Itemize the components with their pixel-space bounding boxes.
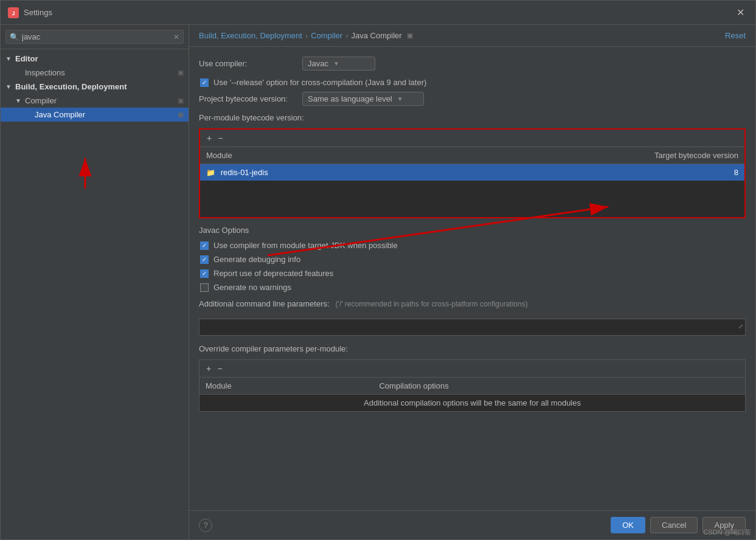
override-empty-row: Additional compilation options will be t… (199, 395, 745, 412)
gen-debug-label: Generate debugging info (213, 255, 300, 264)
compiler-row: Use compiler: Javac ▼ (199, 57, 746, 71)
help-button[interactable]: ? (199, 519, 212, 532)
breadcrumb-sep-2: › (345, 31, 348, 40)
ok-button[interactable]: OK (611, 517, 645, 533)
version-col-header: Target bytecode version (437, 147, 744, 164)
gen-no-warnings-row[interactable]: Generate no warnings (199, 283, 746, 292)
gen-debug-checkbox[interactable] (200, 255, 209, 264)
dialog-title: Settings (24, 8, 52, 17)
add-module-button[interactable]: + (204, 132, 215, 144)
module-table-container: + − Module Target bytecode version (199, 128, 746, 218)
gen-no-warnings-label: Generate no warnings (213, 283, 291, 292)
compiler-dropdown-arrow: ▼ (333, 60, 339, 67)
sidebar-item-inspections-label: Inspections (25, 68, 65, 77)
search-input[interactable] (22, 32, 156, 41)
sidebar-item-build-label: Build, Execution, Deployment (15, 82, 127, 91)
bottom-bar: ? OK Cancel Apply (189, 510, 755, 539)
release-checkbox[interactable] (200, 78, 209, 87)
cmdline-expand-icon[interactable]: ⤢ (738, 322, 743, 329)
sidebar: 🔍 ✕ ▼ Editor Inspections ▣ (1, 25, 189, 539)
bytecode-dropdown-arrow: ▼ (397, 95, 403, 102)
nav-group-editor: ▼ Editor Inspections ▣ (1, 52, 189, 80)
override-label: Override compiler parameters per-module: (199, 344, 746, 353)
sidebar-item-compiler[interactable]: ▼ Compiler ▣ (1, 94, 189, 108)
compilation-options-col-header: Compilation options (373, 378, 745, 395)
breadcrumb-settings-icon: ▣ (407, 32, 413, 40)
add-override-button[interactable]: + (203, 362, 214, 375)
bytecode-dropdown[interactable]: Same as language level ▼ (302, 92, 424, 106)
cmdline-section: Additional command line parameters: ('/'… (199, 299, 746, 336)
release-checkbox-label: Use '--release' option for cross-compila… (213, 78, 426, 87)
sidebar-item-compiler-label: Compiler (25, 96, 57, 105)
use-module-target-row[interactable]: Use compiler from module target JDK when… (199, 241, 746, 250)
report-deprecated-row[interactable]: Report use of deprecated features (199, 269, 746, 278)
watermark: CSDN @喝口茶 (704, 528, 751, 537)
override-table-container: + − Module Compilation options (199, 359, 746, 412)
bytecode-row: Project bytecode version: Same as langua… (199, 92, 746, 106)
settings-icon-compiler: ▣ (178, 97, 184, 105)
svg-text:J: J (12, 10, 15, 16)
module-col-header: Module (200, 147, 437, 164)
breadcrumb-compiler[interactable]: Compiler (311, 31, 342, 40)
per-module-title: Per-module bytecode version: (199, 113, 746, 122)
reset-button[interactable]: Reset (725, 31, 746, 40)
close-button[interactable]: ✕ (733, 5, 748, 19)
module-icon: 📁 (206, 168, 215, 177)
override-module-col-header: Module (199, 378, 373, 395)
remove-override-button[interactable]: − (214, 362, 225, 375)
main-content: Build, Execution, Deployment › Compiler … (189, 25, 755, 539)
content-header: Build, Execution, Deployment › Compiler … (189, 25, 755, 47)
module-table: Module Target bytecode version 📁 redis-0… (200, 147, 744, 181)
table-empty-space (200, 181, 744, 217)
gen-no-warnings-checkbox[interactable] (200, 283, 209, 292)
title-bar: J Settings ✕ (1, 1, 755, 25)
compiler-dropdown[interactable]: Javac ▼ (302, 57, 375, 71)
sidebar-item-inspections[interactable]: Inspections ▣ (1, 66, 189, 80)
report-deprecated-checkbox[interactable] (200, 269, 209, 278)
settings-icon-inspections: ▣ (178, 69, 184, 77)
expand-icon-build: ▼ (5, 83, 13, 90)
compiler-label: Use compiler: (199, 59, 296, 68)
module-cell: 📁 redis-01-jedis (200, 164, 437, 181)
remove-module-button[interactable]: − (215, 132, 226, 144)
use-module-target-checkbox[interactable] (200, 241, 209, 250)
table-row[interactable]: 📁 redis-01-jedis 8 (200, 164, 744, 181)
cmdline-input[interactable] (199, 319, 746, 336)
app-icon: J (8, 7, 19, 18)
cmdline-label: Additional command line parameters: (199, 299, 330, 308)
override-section: Override compiler parameters per-module:… (199, 344, 746, 412)
sidebar-item-editor-label: Editor (15, 54, 38, 63)
cmdline-header-row: Additional command line parameters: ('/'… (199, 299, 746, 308)
override-table: Module Compilation options Additional co… (199, 378, 745, 411)
compiler-dropdown-value: Javac (308, 59, 328, 68)
search-bar: 🔍 ✕ (1, 25, 189, 49)
settings-dialog: J Settings ✕ 🔍 ✕ ▼ Editor (0, 0, 756, 540)
breadcrumb-sep-1: › (305, 31, 308, 40)
settings-icon-java-compiler: ▣ (178, 111, 184, 119)
release-checkbox-row[interactable]: Use '--release' option for cross-compila… (199, 78, 746, 87)
search-clear-icon[interactable]: ✕ (173, 33, 179, 41)
javac-options-section: Javac Options Use compiler from module t… (199, 226, 746, 292)
search-icon: 🔍 (10, 33, 19, 41)
sidebar-item-editor[interactable]: ▼ Editor (1, 52, 189, 66)
expand-icon-editor: ▼ (5, 55, 13, 62)
sidebar-item-build[interactable]: ▼ Build, Execution, Deployment (1, 80, 189, 94)
cmdline-input-wrapper: ⤢ (199, 316, 746, 336)
content-body: Use compiler: Javac ▼ Use '--release' op… (189, 47, 755, 510)
breadcrumb-build[interactable]: Build, Execution, Deployment (199, 31, 302, 40)
nav-group-build: ▼ Build, Execution, Deployment ▼ Compile… (1, 80, 189, 122)
report-deprecated-label: Report use of deprecated features (213, 269, 333, 278)
module-table-toolbar: + − (200, 130, 744, 147)
nav-tree: ▼ Editor Inspections ▣ ▼ Build, Executio… (1, 49, 189, 539)
search-wrapper[interactable]: 🔍 ✕ (5, 30, 184, 44)
override-table-toolbar: + − (199, 360, 745, 378)
gen-debug-row[interactable]: Generate debugging info (199, 255, 746, 264)
bytecode-label: Project bytecode version: (199, 94, 296, 103)
expand-icon-compiler: ▼ (15, 97, 23, 104)
sidebar-item-java-compiler[interactable]: Java Compiler ▣ (1, 108, 189, 122)
version-cell: 8 (437, 164, 744, 181)
sidebar-item-java-compiler-label: Java Compiler (35, 110, 85, 119)
cancel-button[interactable]: Cancel (650, 517, 698, 533)
javac-options-title: Javac Options (199, 226, 746, 235)
dialog-body: 🔍 ✕ ▼ Editor Inspections ▣ (1, 25, 755, 539)
